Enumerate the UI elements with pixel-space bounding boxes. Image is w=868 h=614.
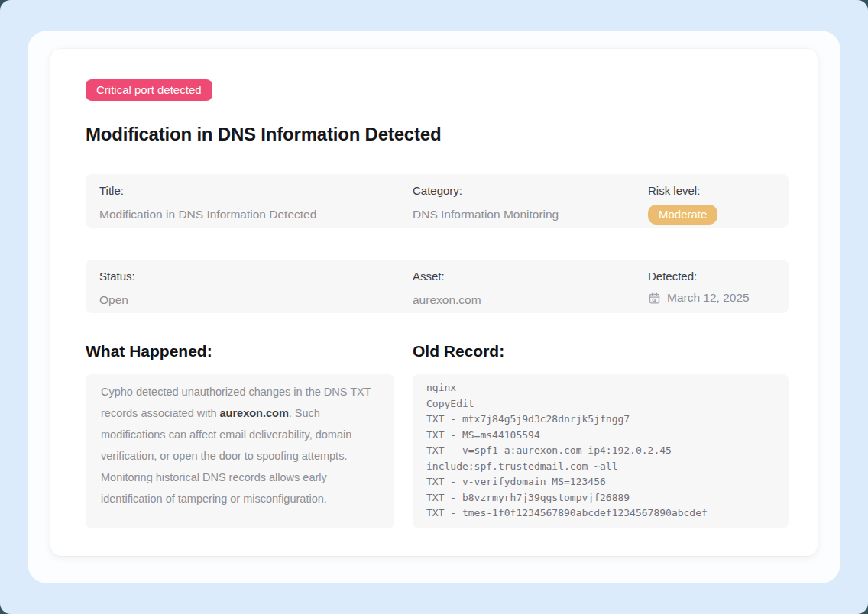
what-happened-box: Cypho detected unauthorized changes in t… — [86, 374, 394, 528]
risk-level-badge: Moderate — [648, 205, 717, 225]
meta-cell-risk: Risk level: Moderate — [648, 184, 789, 228]
meta-cell-asset: Asset: aurexon.com — [413, 270, 648, 313]
app-background: Critical port detected Modification in D… — [0, 0, 868, 614]
title-value: Modification in DNS Information Detected — [99, 207, 413, 221]
asset-label: Asset: — [413, 270, 648, 283]
old-record-heading: Old Record: — [413, 342, 789, 360]
detected-label: Detected: — [648, 270, 789, 283]
what-happened-text-after: . Such modifications can affect email de… — [101, 407, 351, 505]
title-label: Title: — [99, 184, 413, 198]
what-happened-heading: What Happened: — [86, 342, 394, 360]
old-record-section: Old Record: nginx CopyEdit TXT - mtx7j84… — [413, 342, 789, 528]
meta-cell-detected: Detected: March 12, 2025 — [648, 270, 789, 313]
status-label: Status: — [99, 270, 413, 283]
detected-value: March 12, 2025 — [648, 291, 789, 305]
risk-level-label: Risk level: — [648, 184, 789, 198]
category-label: Category: — [413, 184, 648, 198]
asset-value: aurexon.com — [413, 292, 648, 307]
meta-cell-category: Category: DNS Information Monitoring — [413, 184, 648, 228]
meta-cell-title: Title: Modification in DNS Information D… — [99, 184, 413, 228]
calendar-search-icon — [648, 292, 661, 305]
meta-row-secondary: Status: Open Asset: aurexon.com Detected… — [86, 260, 789, 313]
category-value: DNS Information Monitoring — [413, 207, 648, 221]
meta-row-primary: Title: Modification in DNS Information D… — [86, 174, 789, 228]
alert-detail-card: Critical port detected Modification in D… — [50, 49, 818, 556]
detected-date-text: March 12, 2025 — [667, 291, 750, 305]
what-happened-text: Cypho detected unauthorized changes in t… — [101, 381, 379, 509]
outer-panel: Critical port detected Modification in D… — [28, 31, 840, 583]
page-title: Modification in DNS Information Detected — [86, 124, 789, 144]
detail-sections: What Happened: Cypho detected unauthoriz… — [86, 342, 789, 528]
alert-severity-badge: Critical port detected — [86, 79, 212, 101]
what-happened-section: What Happened: Cypho detected unauthoriz… — [86, 342, 394, 528]
status-value: Open — [99, 292, 413, 307]
meta-cell-status: Status: Open — [99, 270, 413, 313]
old-record-code-block: nginx CopyEdit TXT - mtx7j84g5j9d3c28dnr… — [413, 374, 789, 528]
what-happened-domain: aurexon.com — [220, 407, 289, 419]
